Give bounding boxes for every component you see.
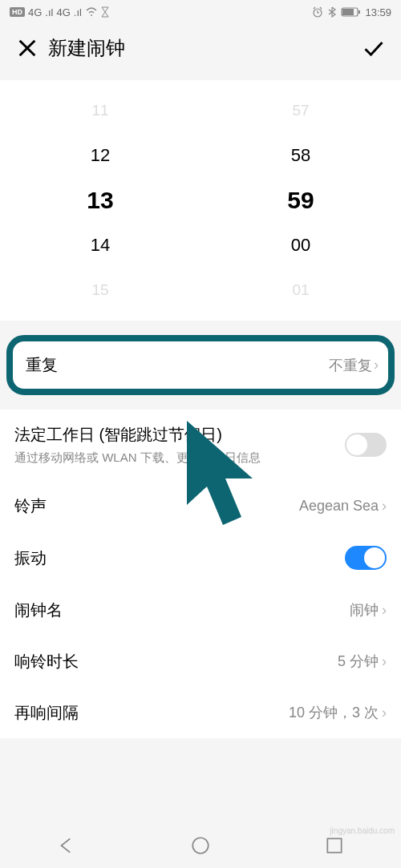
picker-minute[interactable]: 57 xyxy=(200,88,401,133)
alarm-icon xyxy=(312,6,323,18)
hd-badge: HD xyxy=(10,7,25,17)
chevron-right-icon: › xyxy=(382,602,387,619)
alarm-name-row[interactable]: 闹钟名 闹钟 › xyxy=(0,584,401,636)
ringtone-label: 铃声 xyxy=(14,495,47,517)
chevron-right-icon: › xyxy=(374,357,379,373)
status-bar: HD 4G .ıl 4G .ıl 13:59 xyxy=(0,0,401,24)
time-picker[interactable]: 11 12 13 14 15 57 58 59 00 01 xyxy=(0,80,401,321)
settings-list: 法定工作日 (智能跳过节假日) 通过移动网络或 WLAN 下载、更新节假日信息 … xyxy=(0,410,401,738)
snooze-row[interactable]: 再响间隔 10 分钟，3 次 › xyxy=(0,687,401,738)
picker-hour-selected[interactable]: 13 xyxy=(0,178,200,223)
battery-icon xyxy=(341,7,360,17)
signal-2: 4G xyxy=(56,6,70,18)
svg-point-0 xyxy=(91,14,92,16)
vibrate-toggle[interactable] xyxy=(345,546,387,570)
close-icon[interactable] xyxy=(16,37,38,59)
picker-hour[interactable]: 14 xyxy=(0,223,200,268)
clock-time: 13:59 xyxy=(365,6,391,18)
svg-rect-6 xyxy=(327,838,341,852)
chevron-right-icon: › xyxy=(382,498,387,515)
picker-minute-selected[interactable]: 59 xyxy=(200,178,401,223)
vibrate-row[interactable]: 振动 xyxy=(0,531,401,584)
alarm-name-label: 闹钟名 xyxy=(14,600,63,621)
signal-bars-1-icon: .ıl xyxy=(45,6,53,18)
picker-hour[interactable]: 15 xyxy=(0,268,200,313)
status-left: HD 4G .ıl 4G .ıl xyxy=(10,6,109,18)
nav-recent-icon[interactable] xyxy=(324,835,345,856)
duration-row[interactable]: 响铃时长 5 分钟 › xyxy=(0,636,401,687)
picker-minute[interactable]: 01 xyxy=(200,268,401,313)
hourglass-icon xyxy=(101,6,109,18)
repeat-label: 重复 xyxy=(26,354,58,376)
page-title: 新建闹钟 xyxy=(48,35,363,61)
repeat-row[interactable]: 重复 不重复 › xyxy=(6,335,395,395)
signal-1: 4G xyxy=(28,6,42,18)
svg-point-5 xyxy=(192,838,209,854)
picker-minute[interactable]: 58 xyxy=(200,133,401,178)
vibrate-label: 振动 xyxy=(14,547,47,569)
picker-hour[interactable]: 12 xyxy=(0,133,200,178)
minute-column[interactable]: 57 58 59 00 01 xyxy=(200,80,401,321)
nav-back-icon[interactable] xyxy=(56,835,77,856)
nav-bar xyxy=(0,823,401,868)
chevron-right-icon: › xyxy=(382,704,387,721)
svg-rect-3 xyxy=(342,9,354,15)
duration-value: 5 分钟 xyxy=(338,652,379,671)
chevron-right-icon: › xyxy=(382,653,387,670)
picker-minute[interactable]: 00 xyxy=(200,223,401,268)
alarm-name-value: 闹钟 xyxy=(350,600,379,620)
status-right: 13:59 xyxy=(312,6,391,18)
wifi-icon xyxy=(85,7,98,17)
repeat-value: 不重复 xyxy=(329,356,372,375)
check-icon[interactable] xyxy=(363,37,385,59)
bluetooth-icon xyxy=(328,6,336,18)
ringtone-value: Aegean Sea xyxy=(299,498,379,515)
hour-column[interactable]: 11 12 13 14 15 xyxy=(0,80,200,321)
ringtone-row[interactable]: 铃声 Aegean Sea › xyxy=(0,480,401,531)
duration-label: 响铃时长 xyxy=(14,651,79,672)
svg-rect-4 xyxy=(358,10,360,14)
signal-bars-2-icon: .ıl xyxy=(74,6,82,18)
header: 新建闹钟 xyxy=(0,24,401,72)
snooze-value: 10 分钟，3 次 xyxy=(289,703,379,722)
snooze-label: 再响间隔 xyxy=(14,702,79,724)
workday-label: 法定工作日 (智能跳过节假日) xyxy=(14,424,345,446)
workday-row[interactable]: 法定工作日 (智能跳过节假日) 通过移动网络或 WLAN 下载、更新节假日信息 xyxy=(0,410,401,480)
workday-sub: 通过移动网络或 WLAN 下载、更新节假日信息 xyxy=(14,449,287,466)
workday-toggle[interactable] xyxy=(345,433,387,457)
picker-hour[interactable]: 11 xyxy=(0,88,200,133)
nav-home-icon[interactable] xyxy=(190,835,211,856)
